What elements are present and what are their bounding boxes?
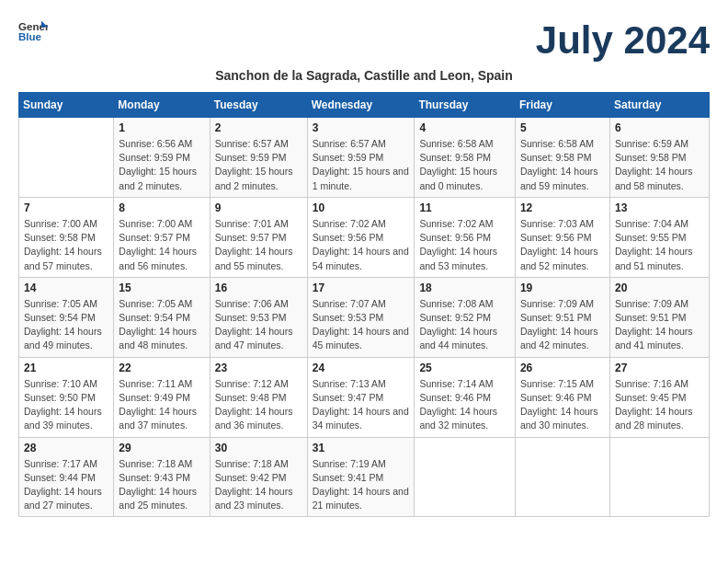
calendar-cell: 19Sunrise: 7:09 AMSunset: 9:51 PMDayligh… [515,277,609,357]
day-number: 6 [615,121,704,134]
calendar-week-row: 28Sunrise: 7:17 AMSunset: 9:44 PMDayligh… [19,437,710,517]
calendar-cell: 2Sunrise: 6:57 AMSunset: 9:59 PMDaylight… [210,118,307,198]
day-number: 21 [24,362,108,374]
logo-icon: General Blue [18,18,48,44]
calendar-cell: 11Sunrise: 7:02 AMSunset: 9:56 PMDayligh… [415,197,516,277]
day-info: Sunrise: 7:00 AMSunset: 9:58 PMDaylight:… [24,217,108,273]
calendar-cell: 5Sunrise: 6:58 AMSunset: 9:58 PMDaylight… [515,118,609,198]
day-info: Sunrise: 7:16 AMSunset: 9:45 PMDaylight:… [615,377,704,433]
day-info: Sunrise: 7:19 AMSunset: 9:41 PMDaylight:… [313,457,410,513]
calendar-week-row: 1Sunrise: 6:56 AMSunset: 9:59 PMDaylight… [19,118,710,198]
day-info: Sunrise: 7:10 AMSunset: 9:50 PMDaylight:… [24,377,108,433]
day-info: Sunrise: 7:05 AMSunset: 9:54 PMDaylight:… [24,297,108,353]
calendar-cell: 23Sunrise: 7:12 AMSunset: 9:48 PMDayligh… [210,357,307,437]
day-info: Sunrise: 6:58 AMSunset: 9:58 PMDaylight:… [520,137,605,193]
day-info: Sunrise: 7:11 AMSunset: 9:49 PMDaylight:… [119,377,204,433]
day-info: Sunrise: 7:15 AMSunset: 9:46 PMDaylight:… [520,377,605,433]
weekday-header-thursday: Thursday [415,93,516,118]
svg-text:Blue: Blue [18,31,42,42]
logo: General Blue [18,18,48,44]
day-number: 4 [419,121,510,134]
calendar-cell [609,437,709,517]
calendar-cell: 30Sunrise: 7:18 AMSunset: 9:42 PMDayligh… [210,437,307,517]
day-number: 31 [313,442,410,454]
day-info: Sunrise: 7:03 AMSunset: 9:56 PMDaylight:… [520,217,605,273]
day-number: 2 [215,121,302,134]
calendar-cell: 26Sunrise: 7:15 AMSunset: 9:46 PMDayligh… [515,357,609,437]
calendar-cell: 16Sunrise: 7:06 AMSunset: 9:53 PMDayligh… [210,277,307,357]
calendar-cell: 24Sunrise: 7:13 AMSunset: 9:47 PMDayligh… [307,357,415,437]
day-number: 17 [313,282,410,294]
month-title: July 2024 [536,18,710,63]
calendar-cell: 25Sunrise: 7:14 AMSunset: 9:46 PMDayligh… [415,357,516,437]
day-number: 13 [615,201,704,214]
day-info: Sunrise: 6:57 AMSunset: 9:59 PMDaylight:… [313,137,410,193]
calendar-cell [515,437,609,517]
weekday-header-sunday: Sunday [19,93,114,118]
day-number: 12 [520,201,605,214]
calendar-cell: 14Sunrise: 7:05 AMSunset: 9:54 PMDayligh… [19,277,114,357]
day-number: 29 [119,442,204,454]
day-info: Sunrise: 7:09 AMSunset: 9:51 PMDaylight:… [520,297,605,353]
day-number: 7 [24,201,108,214]
day-number: 18 [419,282,510,294]
day-info: Sunrise: 6:59 AMSunset: 9:58 PMDaylight:… [615,137,704,193]
calendar-cell: 8Sunrise: 7:00 AMSunset: 9:57 PMDaylight… [114,197,210,277]
day-info: Sunrise: 7:02 AMSunset: 9:56 PMDaylight:… [313,217,410,273]
day-number: 10 [313,201,410,214]
day-number: 20 [615,282,704,294]
calendar-cell: 6Sunrise: 6:59 AMSunset: 9:58 PMDaylight… [609,118,709,198]
calendar-cell: 17Sunrise: 7:07 AMSunset: 9:53 PMDayligh… [307,277,415,357]
day-number: 22 [119,362,204,374]
day-number: 3 [313,121,410,134]
day-number: 8 [119,201,204,214]
day-number: 11 [419,201,510,214]
weekday-header-row: SundayMondayTuesdayWednesdayThursdayFrid… [19,93,710,118]
day-info: Sunrise: 7:01 AMSunset: 9:57 PMDaylight:… [215,217,302,273]
day-number: 26 [520,362,605,374]
weekday-header-tuesday: Tuesday [210,93,307,118]
day-info: Sunrise: 7:18 AMSunset: 9:42 PMDaylight:… [215,457,302,513]
calendar-cell [415,437,516,517]
day-info: Sunrise: 7:07 AMSunset: 9:53 PMDaylight:… [313,297,410,353]
calendar-cell: 27Sunrise: 7:16 AMSunset: 9:45 PMDayligh… [609,357,709,437]
calendar-cell: 7Sunrise: 7:00 AMSunset: 9:58 PMDaylight… [19,197,114,277]
day-number: 25 [419,362,510,374]
day-info: Sunrise: 7:00 AMSunset: 9:57 PMDaylight:… [119,217,204,273]
calendar-cell: 18Sunrise: 7:08 AMSunset: 9:52 PMDayligh… [415,277,516,357]
day-number: 28 [24,442,108,454]
calendar-week-row: 7Sunrise: 7:00 AMSunset: 9:58 PMDaylight… [19,197,710,277]
calendar-week-row: 14Sunrise: 7:05 AMSunset: 9:54 PMDayligh… [19,277,710,357]
calendar-cell: 22Sunrise: 7:11 AMSunset: 9:49 PMDayligh… [114,357,210,437]
weekday-header-friday: Friday [515,93,609,118]
day-number: 23 [215,362,302,374]
calendar-cell: 13Sunrise: 7:04 AMSunset: 9:55 PMDayligh… [609,197,709,277]
day-number: 16 [215,282,302,294]
calendar-cell: 12Sunrise: 7:03 AMSunset: 9:56 PMDayligh… [515,197,609,277]
day-info: Sunrise: 7:08 AMSunset: 9:52 PMDaylight:… [419,297,510,353]
calendar-cell [19,118,114,198]
day-info: Sunrise: 7:09 AMSunset: 9:51 PMDaylight:… [615,297,704,353]
calendar-cell: 31Sunrise: 7:19 AMSunset: 9:41 PMDayligh… [307,437,415,517]
day-number: 24 [313,362,410,374]
day-info: Sunrise: 7:18 AMSunset: 9:43 PMDaylight:… [119,457,204,513]
day-number: 5 [520,121,605,134]
day-info: Sunrise: 7:12 AMSunset: 9:48 PMDaylight:… [215,377,302,433]
weekday-header-monday: Monday [114,93,210,118]
calendar-cell: 21Sunrise: 7:10 AMSunset: 9:50 PMDayligh… [19,357,114,437]
calendar-cell: 28Sunrise: 7:17 AMSunset: 9:44 PMDayligh… [19,437,114,517]
day-number: 19 [520,282,605,294]
page-header: General Blue July 2024 [18,18,710,63]
day-number: 30 [215,442,302,454]
day-info: Sunrise: 7:06 AMSunset: 9:53 PMDaylight:… [215,297,302,353]
calendar-cell: 20Sunrise: 7:09 AMSunset: 9:51 PMDayligh… [609,277,709,357]
day-info: Sunrise: 7:04 AMSunset: 9:55 PMDaylight:… [615,217,704,273]
calendar-cell: 29Sunrise: 7:18 AMSunset: 9:43 PMDayligh… [114,437,210,517]
day-number: 9 [215,201,302,214]
calendar-week-row: 21Sunrise: 7:10 AMSunset: 9:50 PMDayligh… [19,357,710,437]
calendar-subtitle: Sanchon de la Sagrada, Castille and Leon… [18,68,710,83]
day-info: Sunrise: 7:05 AMSunset: 9:54 PMDaylight:… [119,297,204,353]
weekday-header-wednesday: Wednesday [307,93,415,118]
calendar-cell: 4Sunrise: 6:58 AMSunset: 9:58 PMDaylight… [415,118,516,198]
day-info: Sunrise: 7:13 AMSunset: 9:47 PMDaylight:… [313,377,410,433]
